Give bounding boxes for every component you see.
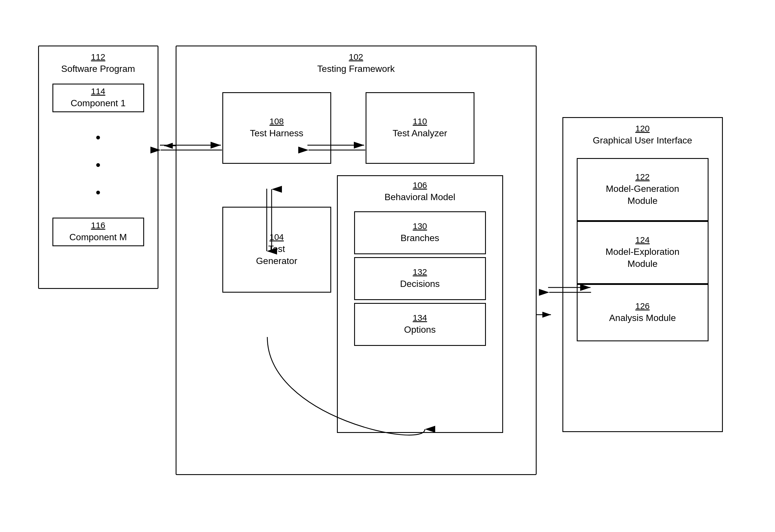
model-gen-box: 122 Model-Generation Module	[577, 158, 709, 221]
bullet-1: •	[39, 124, 158, 151]
software-program-number: 112	[39, 52, 158, 62]
analysis-label: Analysis Module	[609, 312, 676, 324]
bullet-3: •	[39, 179, 158, 206]
model-exp-label: Model-Exploration Module	[606, 246, 680, 270]
test-harness-box: 108 Test Harness	[222, 92, 331, 164]
test-generator-label: Test Generator	[256, 243, 297, 267]
test-harness-label: Test Harness	[250, 127, 303, 139]
testing-framework-box: 102 Testing Framework 108 Test Harness 1…	[176, 46, 537, 475]
bullet-2: •	[39, 151, 158, 179]
options-label: Options	[404, 324, 436, 336]
gui-number: 120	[563, 124, 722, 133]
branches-number: 130	[413, 221, 427, 231]
model-gen-label: Model-Generation Module	[606, 183, 679, 207]
component1-box: 114 Component 1	[52, 84, 144, 112]
analysis-box: 126 Analysis Module	[577, 284, 709, 341]
branches-box: 130 Branches	[354, 211, 486, 254]
test-analyzer-label: Test Analyzer	[393, 127, 447, 139]
model-exp-box: 124 Model-Exploration Module	[577, 221, 709, 284]
diagram: 112 Software Program 114 Component 1 • •…	[29, 23, 746, 509]
gui-box: 120 Graphical User Interface 122 Model-G…	[563, 117, 723, 432]
behavioral-model-box: 106 Behavioral Model 130 Branches 132 De…	[337, 175, 503, 433]
software-program-box: 112 Software Program 114 Component 1 • •…	[38, 46, 158, 289]
branches-label: Branches	[401, 232, 439, 244]
componentM-number: 116	[91, 220, 105, 230]
bullets: • • •	[39, 112, 158, 218]
test-analyzer-number: 110	[413, 117, 427, 126]
component1-number: 114	[91, 86, 105, 96]
test-generator-number: 104	[269, 232, 284, 242]
gui-label: Graphical User Interface	[593, 135, 692, 145]
decisions-label: Decisions	[400, 278, 440, 290]
componentM-label: Component M	[69, 231, 127, 243]
software-program-label: Software Program	[61, 64, 135, 74]
testing-framework-number: 102	[176, 52, 536, 62]
component1-label: Component 1	[70, 97, 125, 109]
behavioral-model-label: Behavioral Model	[384, 192, 455, 202]
componentM-box: 116 Component M	[52, 218, 144, 246]
behavioral-model-number: 106	[338, 180, 502, 190]
model-gen-number: 122	[635, 172, 650, 182]
options-box: 134 Options	[354, 303, 486, 346]
test-generator-box: 104 Test Generator	[222, 207, 331, 293]
model-exp-number: 124	[635, 235, 650, 245]
testing-framework-label: Testing Framework	[317, 64, 395, 74]
test-analyzer-box: 110 Test Analyzer	[365, 92, 475, 164]
analysis-number: 126	[635, 301, 650, 311]
options-number: 134	[413, 313, 427, 323]
test-harness-number: 108	[269, 117, 284, 126]
decisions-number: 132	[413, 267, 427, 277]
decisions-box: 132 Decisions	[354, 257, 486, 300]
